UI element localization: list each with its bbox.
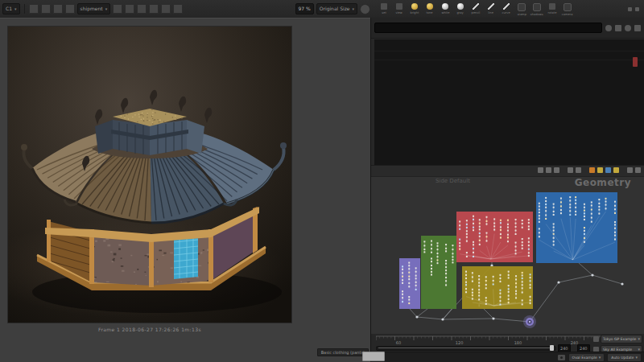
error-badge <box>633 57 638 67</box>
render-view-panel: Frame 1 2018-06-27 17:26:26 1m:13s Basic… <box>0 18 371 362</box>
shadows-tool-button[interactable]: shadows <box>531 2 543 16</box>
path-input[interactable] <box>374 23 602 33</box>
box-blue[interactable] <box>536 192 617 263</box>
camera-icon[interactable] <box>558 355 565 360</box>
viewer-status-label: Basic clothing (pants) <box>317 348 369 356</box>
chevron-down-icon: ▾ <box>352 4 354 14</box>
viewer-icon-group <box>29 4 75 14</box>
square-icon <box>381 3 387 10</box>
viewer-toolbar: C1 ▾ shipment ▾ 97 % Original Size ▾ <box>0 3 370 14</box>
tool-label: gray <box>457 10 464 14</box>
box-green[interactable] <box>421 236 456 309</box>
parameter-panel-body <box>374 39 644 165</box>
frame-slider-handle[interactable] <box>550 345 554 351</box>
network-editor-panel[interactable]: Side Default Geometry <box>371 165 644 335</box>
circle-white-icon <box>457 3 464 10</box>
tool-label: curve <box>502 10 510 14</box>
curve-tool-button[interactable]: curve <box>501 2 512 14</box>
snapshot-icon[interactable] <box>41 4 51 14</box>
pen-icon <box>473 3 479 10</box>
pin-icon[interactable] <box>605 25 612 31</box>
compare-icon[interactable] <box>65 4 75 14</box>
rendered-image[interactable] <box>8 27 291 323</box>
box-yellow[interactable] <box>462 266 533 309</box>
rotate-tool-button[interactable]: rotate <box>547 2 558 14</box>
camera-tool-button[interactable]: camera <box>562 2 573 16</box>
junction-node[interactable] <box>441 318 444 320</box>
node-graph[interactable] <box>371 166 644 335</box>
tick-label: 60 <box>396 340 401 345</box>
chevron-down-icon: ▾ <box>105 4 108 14</box>
tool-label: camera <box>562 12 573 16</box>
window-controls <box>628 7 644 11</box>
chevron-down-icon: ▾ <box>638 335 640 343</box>
blob-icon <box>533 3 541 11</box>
junction-node[interactable] <box>492 317 494 319</box>
handles-icon[interactable] <box>125 4 134 14</box>
set-tool-button[interactable]: set <box>378 2 390 14</box>
parameter-panel <box>371 18 644 165</box>
auto-update-button[interactable]: Auto Update▾ <box>607 353 642 362</box>
stamp-tool-button[interactable]: stamp <box>516 2 527 16</box>
grid-icon[interactable] <box>113 4 122 14</box>
menu-icon[interactable] <box>634 25 641 31</box>
save-icon[interactable] <box>29 4 39 14</box>
pagoda-render-svg <box>8 27 291 323</box>
junction-node[interactable] <box>415 315 418 318</box>
line-tool-button[interactable]: line <box>485 2 497 14</box>
selected-node[interactable] <box>523 315 536 328</box>
tool-label: shadows <box>530 12 543 16</box>
junction-node[interactable] <box>621 282 623 285</box>
playbar: 60120180240 240 240 Tokyo GP Example▾Sky… <box>371 334 644 352</box>
pencil-tool-button[interactable]: pencil <box>470 2 481 14</box>
blob-icon <box>564 3 572 11</box>
zoom-mode-dropdown[interactable]: Original Size ▾ <box>316 3 357 14</box>
close-icon[interactable] <box>635 7 639 11</box>
box-red[interactable] <box>456 212 533 262</box>
timeline-ruler[interactable]: 60120180240 <box>376 335 601 344</box>
circle-yellow-icon <box>411 3 418 10</box>
button-label: Oval Example <box>572 354 597 361</box>
box-purple[interactable] <box>399 258 420 309</box>
status-chip[interactable] <box>362 352 385 361</box>
dropdown-label: Tokyo GP Example <box>603 335 636 343</box>
list-icon[interactable] <box>615 25 621 31</box>
bright-tool-button[interactable]: bright <box>409 2 420 14</box>
channel-dropdown[interactable]: C1 ▾ <box>2 3 20 14</box>
tone-tool-button[interactable]: tone <box>424 2 436 14</box>
tool-label: pencil <box>472 10 481 14</box>
tool-label: bright <box>411 10 419 14</box>
toolbar-separator <box>24 4 25 14</box>
white-tool-button[interactable]: white <box>440 2 451 14</box>
pen-icon <box>503 3 510 10</box>
frame-slider[interactable] <box>376 346 556 351</box>
gray-tool-button[interactable]: gray <box>455 2 466 14</box>
zoom-icon[interactable] <box>149 4 159 14</box>
plane-dropdown[interactable]: shipment ▾ <box>77 3 111 14</box>
tool-label: rotate <box>548 10 557 14</box>
oval-example-button[interactable]: Oval Example▾ <box>568 353 605 362</box>
circle-yellow-icon <box>427 3 433 10</box>
magnifier-icon[interactable] <box>593 336 599 342</box>
tool-label: line <box>489 10 493 14</box>
render-toolbar: setviewbrighttonewhitegraypencillinecurv… <box>370 2 573 16</box>
refresh-icon[interactable] <box>360 4 370 14</box>
flipbook-icon[interactable] <box>53 4 63 14</box>
view-tool-button[interactable]: view <box>394 2 405 14</box>
expand-icon[interactable] <box>173 4 183 14</box>
parameter-panel-header <box>371 18 644 39</box>
circle-white-icon <box>442 3 448 10</box>
parameter-rows <box>374 43 644 60</box>
top-toolbar: C1 ▾ shipment ▾ 97 % Original Size ▾ set… <box>0 0 644 19</box>
plane-dropdown-label: shipment <box>80 4 103 14</box>
junction-node[interactable] <box>557 281 559 283</box>
tokyo-gp-example-dropdown[interactable]: Tokyo GP Example▾ <box>601 335 642 343</box>
channel-dropdown-label: C1 <box>6 4 12 14</box>
pen-icon <box>488 3 494 10</box>
pan-icon[interactable] <box>137 4 147 14</box>
minimize-icon[interactable] <box>628 7 632 11</box>
junction-node[interactable] <box>591 274 593 276</box>
search-icon[interactable] <box>625 25 631 31</box>
viewer-icon-group-2 <box>113 4 183 14</box>
crop-icon[interactable] <box>161 4 171 14</box>
